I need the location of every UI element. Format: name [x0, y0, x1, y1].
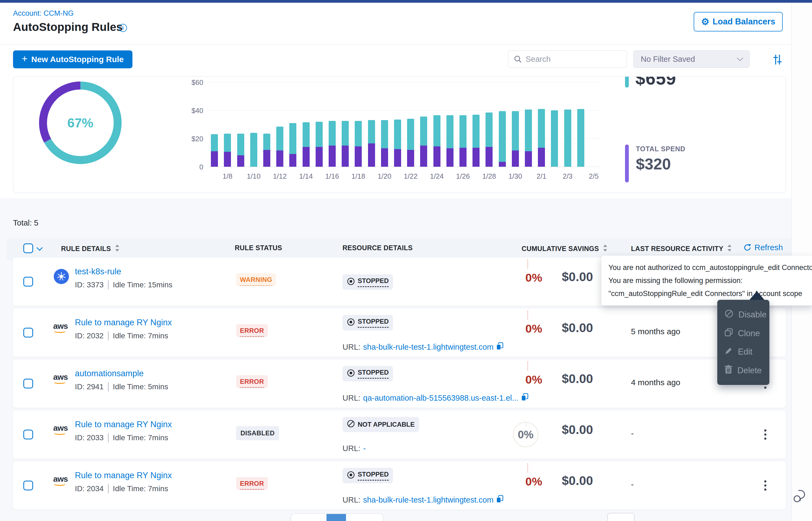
row-checkbox[interactable]: [23, 328, 33, 338]
rule-status-badge: WARNING: [236, 273, 276, 286]
spend-bar-segment: [329, 145, 336, 167]
savings-bar-segment: [420, 117, 427, 145]
copy-icon[interactable]: [496, 342, 504, 352]
savings-bar-segment: [303, 122, 309, 147]
spend-bar-segment: [237, 155, 244, 167]
resource-url-link[interactable]: sha-bulk-rule-test-1.lightwingtest.com: [363, 343, 493, 352]
table-row[interactable]: awsautomationsampleID: 2941Idle Time: 5m…: [13, 359, 786, 408]
row-checkbox[interactable]: [23, 379, 33, 388]
info-icon[interactable]: i: [119, 24, 127, 32]
menu-item-clone[interactable]: Clone: [717, 324, 769, 343]
savings-percentage: 0%: [510, 271, 542, 285]
refresh-icon: [743, 243, 752, 252]
bar-slot: [430, 82, 443, 167]
last-activity: -: [631, 429, 634, 438]
bar-slot: [260, 82, 273, 167]
savings-bar-segment: [499, 111, 506, 162]
bar-slot: [247, 82, 260, 167]
bar-slot: [587, 82, 600, 167]
edit-icon: [724, 346, 733, 357]
sort-icon[interactable]: [115, 244, 120, 254]
table-row[interactable]: awsRule to manage RY NginxID: 2033Idle T…: [13, 410, 786, 459]
bar-slot: [313, 82, 326, 167]
bar-slot: [326, 82, 339, 167]
bar-slot: [522, 82, 535, 167]
spend-bar-segment: [446, 148, 453, 167]
savings-bar-segment: [355, 121, 362, 146]
spend-bar-segment: [394, 149, 401, 167]
rule-name-link[interactable]: Rule to manage RY Nginx: [75, 471, 172, 480]
search-input[interactable]: [526, 55, 613, 64]
select-all-checkbox[interactable]: [23, 244, 33, 253]
row-checkbox[interactable]: [23, 481, 33, 490]
bar-slot: [574, 82, 587, 167]
savings-percentage: 0%: [510, 373, 542, 386]
sort-icon[interactable]: [603, 244, 607, 254]
pagination-bar[interactable]: [291, 514, 383, 521]
filter-sliders-icon[interactable]: [771, 54, 783, 66]
last-activity: 4 months ago: [631, 378, 680, 387]
stop-icon: [347, 318, 355, 328]
new-autostopping-rule-button[interactable]: + New AutoStopping Rule: [13, 50, 132, 68]
rule-name-link[interactable]: Rule to manage RY Nginx: [75, 420, 172, 429]
menu-item-disable[interactable]: Disable: [717, 305, 769, 324]
table-row[interactable]: awsRule to manage RY NginxID: 2032Idle T…: [13, 309, 786, 357]
rule-id-idle: ID: 2034Idle Time: 7mins: [75, 484, 168, 493]
row-checkbox[interactable]: [23, 430, 33, 439]
savings-bar-segment: [472, 115, 479, 148]
rule-name-link[interactable]: test-k8s-rule: [75, 267, 121, 276]
breadcrumb-account[interactable]: Account: CCM-NG: [13, 9, 74, 18]
resource-url-link[interactable]: -: [363, 444, 366, 453]
row-checkbox[interactable]: [23, 277, 33, 287]
savings-bar-segment: [446, 115, 453, 148]
menu-item-delete[interactable]: Delete: [717, 361, 769, 380]
bar-slot: [509, 82, 522, 167]
chat-help-icon[interactable]: [793, 489, 809, 505]
bar-slot: [456, 82, 470, 167]
rule-name-link[interactable]: automationsample: [75, 369, 144, 379]
search-icon: [514, 55, 522, 63]
column-rule-details[interactable]: RULE DETAILS: [61, 244, 120, 254]
tooltip-line: You are not authorized to ccm_autostoppi…: [608, 261, 806, 274]
column-cumulative-savings[interactable]: CUMULATIVE SAVINGS: [521, 244, 607, 254]
pagination-current-page[interactable]: [326, 514, 346, 521]
row-options-kebab[interactable]: [760, 477, 771, 494]
savings-bar-segment: [237, 134, 244, 156]
tooltip-line: You are missing the following permission…: [608, 274, 806, 287]
bar-slot: [483, 82, 495, 167]
copy-icon[interactable]: [496, 495, 504, 505]
refresh-button[interactable]: Refresh: [743, 243, 783, 252]
savings-bar-segment: [564, 110, 571, 167]
resource-state-badge: STOPPED: [342, 366, 393, 381]
row-options-kebab[interactable]: [760, 426, 771, 444]
plus-icon: +: [22, 53, 27, 65]
savings-bar-segment: [250, 133, 257, 167]
load-balancers-button[interactable]: ⚙ Load Balancers: [694, 12, 783, 31]
saved-filter-dropdown[interactable]: No Filter Saved: [634, 50, 750, 68]
copy-icon[interactable]: [521, 393, 529, 403]
summary-chart-card: 67% $60 $40 $20 0 1/81/101/121/141/161/1…: [13, 76, 786, 193]
menu-item-label: Disable: [739, 310, 766, 320]
table-row[interactable]: awsRule to manage RY NginxID: 2034Idle T…: [13, 461, 786, 509]
bar-slot: [273, 82, 286, 167]
disable-icon: [724, 309, 733, 320]
spend-bar-segment: [381, 148, 388, 167]
url-prefix: URL:: [342, 496, 360, 504]
refresh-label: Refresh: [754, 243, 783, 252]
resource-url-link[interactable]: qa-automation-alb-515563988.us-east-1.el…: [363, 393, 518, 403]
spend-bar-segment: [289, 154, 296, 167]
page-size-select[interactable]: [607, 513, 635, 521]
stop-icon: [347, 471, 355, 481]
resource-state-badge: STOPPED: [342, 315, 393, 331]
bar-slot: [208, 82, 221, 167]
bar-slot: [221, 82, 234, 167]
bar-slot: [561, 82, 574, 167]
x-tick-label: 1/26: [452, 172, 474, 181]
spend-bar-segment: [276, 151, 283, 167]
column-last-resource-activity[interactable]: LAST RESOURCE ACTIVITY: [631, 244, 732, 254]
rule-name-link[interactable]: Rule to manage RY Nginx: [75, 318, 172, 327]
sort-icon[interactable]: [727, 244, 732, 254]
spend-bar-segment: [486, 147, 493, 167]
resource-url-link[interactable]: sha-bulk-rule-test-1.lightwingtest.com: [363, 496, 493, 504]
menu-item-edit[interactable]: Edit: [717, 343, 769, 361]
